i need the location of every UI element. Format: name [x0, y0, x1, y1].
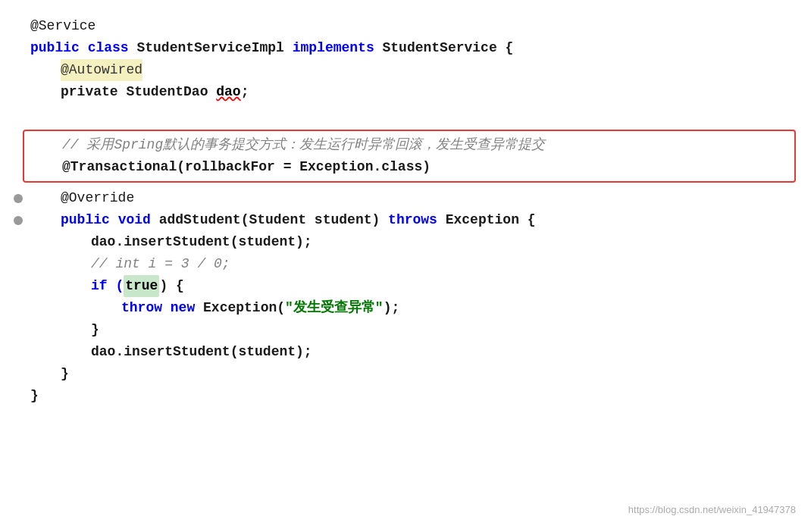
keyword-void: void: [118, 209, 159, 231]
brace-close-class: }: [30, 385, 39, 407]
boolean-true: true: [124, 275, 159, 297]
code-line-method-wrapper: public void addStudent(Student student) …: [30, 209, 796, 231]
keyword-class: class: [88, 37, 137, 59]
code-line-4: private StudentDao dao;: [30, 81, 796, 103]
code-line-1: @Service: [30, 15, 796, 37]
code-line-3: @Autowired: [30, 59, 796, 81]
variable-dao: dao: [216, 81, 240, 103]
keyword-throw: throw: [121, 297, 171, 319]
code-line-2: public class StudentServiceImpl implemen…: [30, 37, 796, 59]
class-name: StudentServiceImpl: [136, 37, 292, 59]
watermark: https://blog.csdn.net/weixin_41947378: [628, 502, 796, 518]
annotation-transactional: @Transactional(rollbackFor = Exception.c…: [62, 156, 431, 178]
code-line-class-close: }: [30, 385, 796, 407]
type-studentdao: StudentDao: [126, 81, 216, 103]
code-text: @Service: [30, 15, 96, 37]
code-line-transactional: @Transactional(rollbackFor = Exception.c…: [32, 156, 787, 178]
dao-insert-2: dao.insertStudent(student);: [91, 341, 312, 363]
code-line-if: if (true) {: [30, 275, 796, 297]
annotation-autowired: @Autowired: [61, 59, 142, 81]
code-line-insert2: dao.insertStudent(student);: [30, 341, 796, 363]
code-editor: @Service public class StudentServiceImpl…: [0, 0, 811, 532]
code-line-if-close: }: [30, 319, 796, 341]
code-line-method-close: }: [30, 363, 796, 385]
keyword-implements: implements: [293, 37, 383, 59]
keyword-public: public: [30, 37, 88, 59]
code-line-method: public void addStudent(Student student) …: [30, 209, 796, 231]
exception-constructor: Exception(: [203, 297, 285, 319]
dao-insert-1: dao.insertStudent(student);: [91, 231, 312, 253]
code-line-throw: throw new Exception("发生受查异常");: [30, 297, 796, 319]
keyword-throws: throws: [388, 209, 446, 231]
method-signature: addStudent(Student student): [159, 209, 388, 231]
code-line-blank: [30, 103, 796, 125]
keyword-private: private: [61, 81, 126, 103]
exception-type: Exception {: [446, 209, 536, 231]
annotation-override: @Override: [61, 187, 134, 209]
code-line-override: @Override: [30, 187, 796, 209]
brace-close-method: }: [61, 363, 69, 385]
if-brace: ) {: [159, 275, 183, 297]
code-line-override-wrapper: @Override: [30, 187, 796, 209]
code-line-comment2: // int i = 3 / 0;: [30, 253, 796, 275]
code-line-insert1: dao.insertStudent(student);: [30, 231, 796, 253]
highlight-box: // 采用Spring默认的事务提交方式：发生运行时异常回滚，发生受查异常提交 …: [23, 130, 796, 183]
comment-text: // 采用Spring默认的事务提交方式：发生运行时异常回滚，发生受查异常提交: [62, 134, 545, 156]
throw-close: );: [384, 297, 400, 319]
code-line-comment: // 采用Spring默认的事务提交方式：发生运行时异常回滚，发生受查异常提交: [32, 134, 787, 156]
comment-int: // int i = 3 / 0;: [91, 253, 230, 275]
interface-name: StudentService {: [383, 37, 514, 59]
keyword-new: new: [171, 297, 203, 319]
gutter-dot-override: [14, 194, 23, 203]
string-checked-exception: "发生受查异常": [285, 297, 384, 319]
brace-close-if: }: [91, 319, 99, 341]
keyword-if: if (: [91, 275, 124, 297]
gutter-dot-method: [14, 216, 23, 225]
semicolon: ;: [241, 81, 249, 103]
keyword-public2: public: [61, 209, 118, 231]
